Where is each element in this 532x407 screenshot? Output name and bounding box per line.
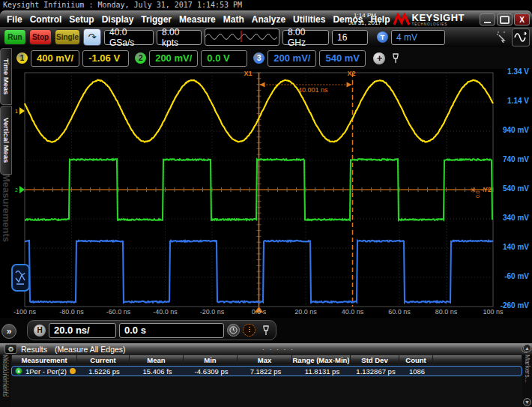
horizontal-bar: » H 20.0 ns/ 0.0 s <box>0 318 532 343</box>
touch-mode-icon[interactable]: ↷ <box>83 28 101 46</box>
keysight-spark-icon <box>393 13 410 26</box>
menu-item-trigger[interactable]: Trigger <box>137 14 175 25</box>
column-header-range-max-min-[interactable]: Range (Max-Min) <box>292 355 351 365</box>
x-tick-label: -20.0 ns <box>200 308 225 316</box>
column-header-mean[interactable]: Mean <box>130 355 184 365</box>
measurement-drawer-handle[interactable] <box>11 264 30 292</box>
x-tick-label: -60.0 ns <box>106 308 131 316</box>
bandwidth-field[interactable]: 8.00 GHz <box>282 30 329 45</box>
trigger-holdoff-icon[interactable] <box>243 324 256 337</box>
column-header-current[interactable]: Current <box>77 355 130 365</box>
channel-1-scale-field[interactable]: 400 mV/ <box>31 50 79 67</box>
menu-item-analyze[interactable]: Analyze <box>248 14 289 25</box>
timebase-position-field[interactable]: 0.0 s <box>119 323 224 338</box>
pin-icon[interactable] <box>392 53 399 64</box>
y-tick-label: 1.34 V <box>507 67 529 76</box>
memory-depth-field[interactable]: 8.00 kpts <box>157 30 202 45</box>
y-axis-labels: 1.34 V1.14 V940 mV740 mV540 mV340 mV140 … <box>495 69 529 318</box>
menu-item-setup[interactable]: Setup <box>65 14 97 25</box>
timebase-scale-field[interactable]: 20.0 ns/ <box>49 323 116 338</box>
markers-down-icon[interactable]: ▼ <box>523 398 531 406</box>
menu-item-control[interactable]: Control <box>26 14 66 25</box>
x-tick-label: -80.0 ns <box>59 308 84 316</box>
menu-item-display[interactable]: Display <box>98 14 138 25</box>
channel-groups: 1400 mV/-1.06 V2200 mV/0.0 V3200 mV/540 … <box>13 50 366 67</box>
clock-mode-icon[interactable] <box>227 324 240 337</box>
marker-color-dot <box>70 368 76 374</box>
channel-1-offset-field[interactable]: -1.06 V <box>82 50 129 67</box>
add-waveform-button[interactable]: + <box>373 52 385 64</box>
channel-3-button[interactable]: 3 <box>253 52 265 64</box>
scroll-texture <box>7 357 9 399</box>
waveform-display[interactable]: X1X240.001 ns12✳0.0-Y2 <box>0 69 532 318</box>
y-tick-label: 740 mV <box>503 155 529 163</box>
timebase-pin-icon[interactable] <box>262 325 270 336</box>
run-button[interactable]: Run <box>4 29 26 45</box>
menu-bar: FileControlSetupDisplayTriggerMeasureMat… <box>0 10 532 27</box>
measurement-row[interactable]: ▲1Per - Per(2)1.5226 ps15.406 fs-4.6309 … <box>11 366 522 376</box>
column-header-filler <box>433 355 522 365</box>
title-text: Keysight Infiniium : Monday, July 31, 20… <box>3 1 242 9</box>
svg-text:2: 2 <box>15 187 18 193</box>
menu-items: FileControlSetupDisplayTriggerMeasureMat… <box>0 14 393 25</box>
menu-item-math[interactable]: Math <box>220 14 248 25</box>
clock-date: Jul 31, 2017 <box>339 19 391 27</box>
sample-rate-field[interactable]: 40.0 GSa/s <box>104 30 154 45</box>
results-header: ⚙ Results (Measure All Edges) · · · · · … <box>0 343 532 355</box>
maximize-button[interactable] <box>497 13 513 25</box>
x-tick-label: -40.0 ns <box>153 308 178 316</box>
oscilloscope-app: Keysight Infiniium : Monday, July 31, 20… <box>0 0 532 407</box>
channel-2-scale-field[interactable]: 200 mV/ <box>149 50 198 67</box>
stop-button[interactable]: Stop <box>29 29 52 45</box>
clock: 1:14 PM Jul 31, 2017 <box>339 12 391 27</box>
menu-item-measure[interactable]: Measure <box>175 14 220 25</box>
y-tick-label: 140 mV <box>503 243 529 251</box>
minimize-button[interactable] <box>480 13 495 25</box>
column-header-std-dev[interactable]: Std Dev <box>351 355 399 365</box>
waveform-tools-icon[interactable] <box>512 28 530 46</box>
y-tick-label: -60 mV <box>504 272 529 280</box>
markers-up-icon[interactable]: ▲ <box>523 344 531 352</box>
menu-item-file[interactable]: File <box>3 14 26 25</box>
results-panel: ⚙ Results (Measure All Edges) · · · · · … <box>0 343 532 407</box>
brand-name: KEYSIGHT <box>412 13 465 22</box>
channel-1-button[interactable]: 1 <box>16 52 28 64</box>
measurement-max: 7.1822 ps <box>238 367 293 376</box>
zoom-select-icon[interactable] <box>494 28 510 45</box>
toolbar-right-icons <box>494 28 530 46</box>
acquisition-preview[interactable] <box>205 28 279 46</box>
close-button[interactable]: X <box>514 13 530 25</box>
column-header-count[interactable]: Count <box>399 355 433 365</box>
horizontal-icon[interactable]: H <box>34 325 46 337</box>
measurement-current: 1.5226 ps <box>78 367 130 376</box>
svg-text:40.001 ns: 40.001 ns <box>298 86 328 94</box>
channel-2-offset-field[interactable]: 0.0 V <box>201 50 247 67</box>
trigger-icon[interactable]: T <box>377 31 388 43</box>
svg-text:-Y2: -Y2 <box>481 186 492 193</box>
window-buttons: X <box>480 13 530 25</box>
column-header-min[interactable]: Min <box>184 355 238 365</box>
channel-3-scale-field[interactable]: 200 mV/ <box>267 50 316 67</box>
channel-2-button[interactable]: 2 <box>135 52 146 64</box>
averages-field[interactable]: 16 <box>332 30 368 45</box>
column-header-max[interactable]: Max <box>238 355 292 365</box>
measurement-mean: 15.406 fs <box>130 367 184 376</box>
results-title: Results <box>21 345 47 354</box>
y-tick-label: 540 mV <box>503 184 529 193</box>
x-tick-label: 60.0 ns <box>388 308 411 316</box>
channel-3-offset-field[interactable]: 540 mV <box>319 50 366 67</box>
x-tick-label: -100 ns <box>13 308 36 316</box>
expand-panel-button[interactable]: » <box>1 324 16 339</box>
svg-text:X1: X1 <box>244 70 252 77</box>
single-button[interactable]: Single <box>55 29 80 45</box>
x-tick-label: 20.0 ns <box>294 308 317 316</box>
trigger-level-field[interactable]: 4 mV <box>391 30 445 45</box>
menu-item-utilities[interactable]: Utilities <box>289 14 329 25</box>
drag-handle[interactable]: · · · · · <box>262 346 294 353</box>
title-bar: Keysight Infiniium : Monday, July 31, 20… <box>0 0 532 10</box>
svg-text:X2: X2 <box>347 70 355 77</box>
drawer-waveform-icon <box>14 268 27 287</box>
gear-icon[interactable]: ⚙ <box>4 344 17 354</box>
column-header-measurement[interactable]: Measurement <box>11 355 77 365</box>
x-tick-label: 100 ns <box>483 308 503 316</box>
